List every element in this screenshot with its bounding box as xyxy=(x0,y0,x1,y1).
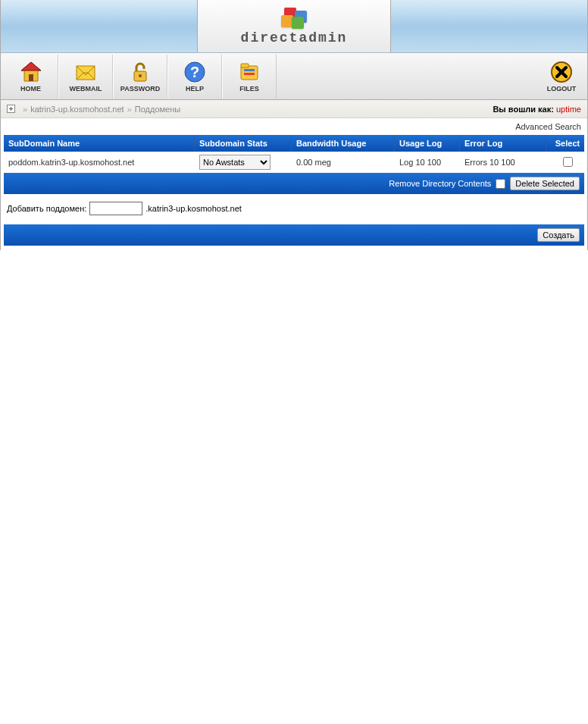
home-icon xyxy=(19,60,43,84)
logout-button[interactable]: LOGOUT xyxy=(539,55,584,99)
stats-select[interactable]: No Awstats xyxy=(199,155,271,170)
password-label: PASSWORD xyxy=(120,85,160,92)
delete-selected-button[interactable]: Delete Selected xyxy=(510,177,580,190)
svg-text:?: ? xyxy=(190,64,199,80)
header-banner: directadmin xyxy=(1,0,587,53)
files-button[interactable]: FILES xyxy=(222,55,277,99)
table-header: SubDomain Name Subdomain Stats Bandwidth… xyxy=(4,135,584,152)
webmail-button[interactable]: WEBMAIL xyxy=(58,55,113,99)
expand-icon[interactable] xyxy=(7,105,15,113)
cell-errorlog[interactable]: Errors 10 100 xyxy=(460,158,546,167)
help-label: HELP xyxy=(186,85,204,92)
row-checkbox[interactable] xyxy=(563,157,573,167)
create-bar: Создать xyxy=(4,224,584,246)
breadcrumb-sep: » xyxy=(23,105,27,114)
main-toolbar: HOME WEBMAIL PASSWORD ? HELP FILES xyxy=(1,53,587,100)
logout-label: LOGOUT xyxy=(547,85,577,92)
cell-bandwidth: 0.00 meg xyxy=(292,158,395,167)
brand-text: directadmin xyxy=(241,30,348,45)
home-label: HOME xyxy=(20,85,41,92)
cell-usagelog[interactable]: Log 10 100 xyxy=(395,158,460,167)
files-label: FILES xyxy=(239,85,259,92)
th-errorlog[interactable]: Error Log xyxy=(460,135,546,152)
webmail-icon xyxy=(74,60,98,84)
th-bandwidth[interactable]: Bandwidth Usage xyxy=(292,135,395,152)
svg-rect-10 xyxy=(244,69,255,71)
cell-select xyxy=(546,157,584,168)
breadcrumb: » katrin3-up.kosmohost.net » Поддомены В… xyxy=(1,100,587,118)
svg-marker-1 xyxy=(21,62,41,71)
cell-stats: No Awstats xyxy=(195,155,292,170)
advanced-search-bar: Advanced Search xyxy=(1,118,587,135)
table-row: poddom.katrin3-up.kosmohost.net No Awsta… xyxy=(4,152,584,173)
password-button[interactable]: PASSWORD xyxy=(113,55,167,99)
svg-point-5 xyxy=(139,74,142,77)
breadcrumb-domain[interactable]: katrin3-up.kosmohost.net xyxy=(30,105,124,114)
add-subdomain-bar: Добавить поддомен: .katrin3-up.kosmohost… xyxy=(4,194,584,223)
help-icon: ? xyxy=(183,60,207,84)
cell-subdomain[interactable]: poddom.katrin3-up.kosmohost.net xyxy=(4,158,195,167)
svg-rect-11 xyxy=(244,73,255,75)
help-button[interactable]: ? HELP xyxy=(167,55,222,99)
logout-icon xyxy=(549,60,574,84)
add-subdomain-input[interactable] xyxy=(89,202,142,215)
login-status: Вы вошли как: uptime xyxy=(493,105,581,114)
svg-rect-2 xyxy=(29,74,33,81)
login-user[interactable]: uptime xyxy=(556,105,581,114)
breadcrumb-sep: » xyxy=(127,105,132,114)
webmail-label: WEBMAIL xyxy=(70,85,102,92)
table-footer: Remove Directory Contents Delete Selecte… xyxy=(4,173,584,194)
create-button[interactable]: Создать xyxy=(537,228,580,242)
th-select[interactable]: Select xyxy=(546,135,584,152)
remove-dir-label: Remove Directory Contents xyxy=(389,179,491,188)
th-subdomain[interactable]: SubDomain Name xyxy=(4,135,195,152)
logo-icon xyxy=(281,8,307,27)
logo-panel: directadmin xyxy=(197,0,391,52)
files-icon xyxy=(237,60,261,84)
password-icon xyxy=(128,60,152,84)
th-usagelog[interactable]: Usage Log xyxy=(395,135,460,152)
login-label: Вы вошли как: xyxy=(493,105,554,114)
add-label: Добавить поддомен: xyxy=(7,204,86,213)
advanced-search-link[interactable]: Advanced Search xyxy=(515,122,581,131)
home-button[interactable]: HOME xyxy=(4,55,58,99)
th-stats[interactable]: Subdomain Stats xyxy=(195,135,292,152)
remove-dir-checkbox[interactable] xyxy=(496,179,505,189)
breadcrumb-page: Поддомены xyxy=(135,105,180,114)
svg-rect-9 xyxy=(241,64,249,67)
add-suffix: .katrin3-up.kosmohost.net xyxy=(145,204,242,213)
